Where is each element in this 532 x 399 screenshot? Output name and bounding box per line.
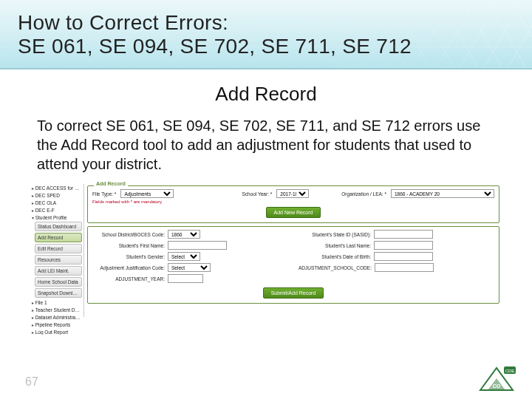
adj-school-input[interactable] — [375, 263, 434, 272]
sidebar-item-edit-record[interactable]: Edit Record — [35, 244, 82, 253]
sidebar-group[interactable]: DEC SPED — [32, 193, 81, 198]
section-heading: Add Record — [30, 83, 502, 106]
first-name-input[interactable] — [168, 241, 227, 250]
page-number: 67 — [25, 375, 38, 389]
sidebar-item-resources[interactable]: Resources — [35, 255, 82, 265]
sidebar-group[interactable]: DEC ACCESS for ELLs — [32, 185, 81, 191]
slide-title-line1: How to Correct Errors: — [18, 11, 514, 35]
sidebar-item-home-school[interactable]: Home School Data — [35, 277, 82, 287]
fieldset-legend: Add Record — [94, 181, 128, 186]
sidebar-group[interactable]: DEC E-F — [32, 208, 81, 213]
svg-text:CO: CO — [493, 383, 501, 389]
adj-year-input[interactable] — [168, 274, 203, 283]
sidebar-item-status-dashboard[interactable]: Status Dashboard — [35, 222, 82, 231]
school-year-label: School Year: * — [242, 191, 272, 197]
organization-select[interactable]: 1860 - ACADEMY 20 — [391, 189, 494, 198]
first-name-label: Student's First Name: — [92, 243, 165, 248]
title-band: How to Correct Errors: SE 061, SE 094, S… — [0, 0, 532, 69]
last-name-label: Student's Last Name: — [299, 243, 371, 248]
submit-add-record-button[interactable]: Submit/Add Record — [263, 287, 324, 299]
district-code-label: School District/BOCES Code: — [92, 232, 165, 237]
sidebar-item-snapshot-download[interactable]: Snapshot Download — [35, 288, 82, 298]
adj-code-label: Adjustment Justification Code: — [92, 265, 165, 270]
svg-text:CDE: CDE — [505, 369, 515, 373]
organization-label: Organization / LEA: * — [341, 191, 386, 197]
adj-code-select[interactable]: Select — [168, 263, 211, 272]
sidebar-group[interactable]: DEC OLA — [32, 200, 81, 205]
mandatory-hint: Fields marked with * are mandatory — [92, 200, 494, 204]
school-year-select[interactable]: 2017-18 — [276, 189, 309, 198]
embedded-screenshot: DEC ACCESS for ELLs DEC SPED DEC OLA DEC… — [30, 184, 502, 317]
gender-label: Student's Gender: — [92, 254, 165, 259]
adj-year-label: ADJUSTMENT_YEAR: — [92, 276, 165, 282]
app-sidebar: DEC ACCESS for ELLs DEC SPED DEC OLA DEC… — [30, 184, 84, 317]
sidebar-group[interactable]: Log Out Report — [32, 330, 81, 335]
district-code-select[interactable]: 1860 — [168, 230, 200, 239]
state-id-label: Student's State ID (SASID): — [299, 232, 371, 237]
slide-title-line2: SE 061, SE 094, SE 702, SE 711, SE 712 — [18, 35, 514, 58]
content-area: Add Record To correct SE 061, SE 094, SE… — [0, 69, 532, 317]
sidebar-group[interactable]: Teacher Student Data Link — [32, 307, 81, 313]
record-fields-fieldset: School District/BOCES Code: 1860 Student… — [87, 226, 499, 304]
sidebar-group[interactable]: File 1 — [32, 300, 81, 305]
add-new-record-button[interactable]: Add New Record — [266, 207, 321, 218]
sidebar-group[interactable]: Dataset Administration — [32, 315, 81, 320]
cde-logo: CDE CO — [474, 364, 519, 395]
body-paragraph: To correct SE 061, SE 094, SE 702, SE 71… — [37, 116, 495, 174]
dob-label: Student's Date of Birth: — [299, 254, 371, 259]
file-type-label: File Type: * — [92, 191, 116, 197]
gender-select[interactable]: Select — [168, 252, 200, 261]
file-type-select[interactable]: Adjustments — [120, 189, 174, 198]
last-name-input[interactable] — [374, 241, 433, 250]
form-area: Add Record File Type: * Adjustments Scho… — [84, 184, 502, 317]
dob-input[interactable] — [374, 252, 433, 261]
add-record-fieldset: Add Record File Type: * Adjustments Scho… — [87, 185, 499, 223]
sidebar-item-add-record[interactable]: Add Record — [35, 233, 82, 242]
state-id-input[interactable] — [374, 230, 433, 239]
sidebar-group-student-profile[interactable]: Student Profile — [32, 215, 81, 220]
sidebar-item-add-lei[interactable]: Add LEI Maint. — [35, 266, 82, 276]
adj-school-label: ADJUSTMENT_SCHOOL_CODE: — [299, 265, 372, 270]
sidebar-group[interactable]: Pipeline Reports — [32, 322, 81, 327]
